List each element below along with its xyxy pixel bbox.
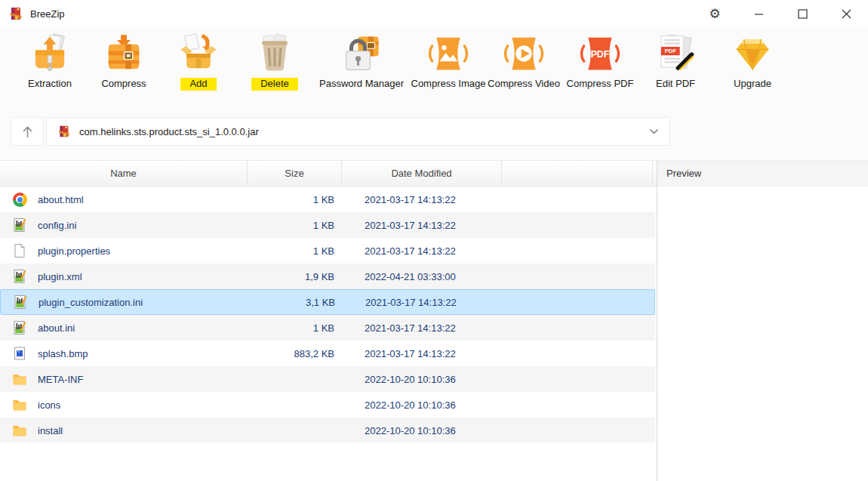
file-row[interactable]: icons2022-10-20 10:10:36 (0, 392, 655, 418)
file-date: 2022-10-20 10:10:36 (342, 374, 502, 385)
extraction-button[interactable]: Extraction (14, 33, 86, 112)
file-row[interactable]: config.ini1 KB2021-03-17 14:13:22 (0, 212, 655, 238)
toolbar-label: Password Manager (319, 78, 404, 91)
file-row[interactable]: splash.bmp883,2 KB2021-03-17 14:13:22 (0, 341, 655, 366)
file-size: 883,2 KB (248, 348, 342, 359)
file-name-cell: plugin_customization.ini (1, 294, 248, 310)
chevron-down-icon[interactable] (649, 128, 659, 135)
file-name-cell: plugin.xml (0, 269, 248, 284)
file-date: 2021-03-17 14:13:22 (342, 348, 502, 359)
address-region: com.helinks.sts.product.sts_si_1.0.0.0.j… (0, 112, 868, 160)
file-date: 2021-03-17 14:13:22 (342, 220, 502, 231)
maximize-icon (798, 9, 808, 19)
breezip-logo-icon (8, 6, 23, 21)
file-name: icons (38, 399, 60, 411)
compress-button[interactable]: Compress (86, 33, 162, 112)
add-button[interactable]: Add (162, 33, 235, 112)
file-size: 1 KB (248, 322, 342, 334)
toolbar-label: Compress (101, 78, 146, 91)
ini-file-icon (12, 217, 27, 233)
file-date: 2022-10-20 10:10:36 (342, 425, 502, 436)
file-name-cell: plugin.properties (0, 243, 248, 258)
app-title: BreeZip (30, 8, 65, 20)
file-name-cell: splash.bmp (0, 346, 248, 361)
compress-video-button[interactable]: Compress Video (488, 33, 560, 112)
upgrade-button[interactable]: Upgrade (711, 33, 794, 112)
ini-file-icon (13, 294, 28, 310)
minimize-icon (754, 9, 764, 19)
window-controls: ⚙ (693, 0, 868, 27)
file-name-cell: icons (0, 397, 248, 412)
image-file-icon (12, 346, 27, 361)
file-name: splash.bmp (38, 348, 88, 359)
toolbar-label: Upgrade (734, 78, 771, 91)
column-header-date-modified[interactable]: Date Modified (342, 161, 502, 186)
file-name: META-INF (38, 374, 83, 385)
file-row[interactable]: install2022-10-20 10:10:36 (0, 418, 655, 443)
ini-file-icon (12, 320, 27, 335)
document-file-icon (12, 243, 27, 258)
edit-pdf-icon: PDF (655, 33, 696, 74)
compress-pdf-icon: PDF (580, 33, 620, 74)
file-name: plugin.properties (38, 245, 110, 257)
upgrade-icon (732, 33, 773, 74)
file-row[interactable]: about.html1 KB2021-03-17 14:13:22 (0, 187, 655, 212)
password-manager-button[interactable]: Password Manager (314, 33, 409, 112)
file-row[interactable]: META-INF2022-10-20 10:10:36 (0, 366, 655, 392)
folder-icon (12, 397, 27, 412)
file-list-pane: Name Size Date Modified about.html1 KB20… (0, 160, 657, 481)
preview-body (657, 187, 868, 481)
maximize-button[interactable] (780, 0, 824, 27)
column-header-blank (502, 161, 653, 186)
file-name: plugin.xml (38, 271, 82, 282)
svg-text:PDF: PDF (664, 48, 676, 54)
settings-button[interactable]: ⚙ (693, 0, 737, 27)
gear-icon: ⚙ (709, 8, 720, 20)
toolbar-label: Edit PDF (656, 78, 695, 91)
chrome-icon (13, 193, 27, 207)
compress-video-icon (503, 33, 544, 74)
column-header-name[interactable]: Name (0, 161, 248, 186)
compress-image-button[interactable]: Compress Image (409, 33, 488, 112)
column-header-size[interactable]: Size (248, 161, 342, 186)
file-name-cell: install (0, 423, 248, 438)
compress-pdf-button[interactable]: PDF Compress PDF (560, 33, 640, 112)
file-name: about.html (38, 194, 84, 205)
toolbar-label: Add (180, 78, 216, 91)
extraction-icon (29, 33, 70, 74)
file-date: 2021-03-17 14:13:22 (343, 297, 503, 308)
svg-text:PDF: PDF (591, 49, 610, 60)
file-row[interactable]: plugin_customization.ini3,1 KB2021-03-17… (0, 289, 655, 315)
file-date: 2021-03-17 14:13:22 (342, 194, 502, 205)
file-row[interactable]: plugin.xml1,9 KB2022-04-21 03:33:00 (0, 264, 655, 289)
toolbar: Extraction Compress (0, 27, 868, 112)
address-bar[interactable]: com.helinks.sts.product.sts_si_1.0.0.0.j… (46, 117, 670, 146)
file-name-cell: about.ini (0, 320, 248, 335)
file-size: 1,9 KB (248, 271, 342, 282)
address-path: com.helinks.sts.product.sts_si_1.0.0.0.j… (79, 126, 259, 137)
minimize-button[interactable] (737, 0, 780, 27)
file-name-cell: META-INF (0, 372, 248, 387)
file-row[interactable]: about.ini1 KB2021-03-17 14:13:22 (0, 315, 655, 341)
titlebar: BreeZip ⚙ (0, 0, 868, 27)
delete-button[interactable]: Delete (235, 33, 314, 112)
file-size: 3,1 KB (248, 297, 343, 308)
file-row[interactable]: plugin.properties1 KB2021-03-17 14:13:22 (0, 238, 655, 264)
toolbar-label: Compress Video (488, 78, 560, 91)
file-name: config.ini (38, 220, 76, 231)
navigate-up-button[interactable] (11, 117, 44, 146)
edit-pdf-button[interactable]: PDF Edit PDF (640, 33, 711, 112)
toolbar-label: Extraction (28, 78, 72, 91)
compress-image-icon (428, 33, 469, 74)
file-date: 2021-03-17 14:13:22 (342, 322, 502, 334)
close-button[interactable] (824, 0, 868, 27)
toolbar-label: Delete (251, 78, 298, 91)
file-list-header: Name Size Date Modified (0, 160, 657, 187)
compress-icon (103, 33, 144, 74)
delete-icon (254, 33, 295, 74)
file-date: 2021-03-17 14:13:22 (342, 245, 502, 257)
toolbar-label: Compress PDF (567, 78, 634, 91)
file-date: 2022-10-20 10:10:36 (342, 399, 502, 411)
file-date: 2022-04-21 03:33:00 (342, 271, 502, 282)
password-manager-icon (341, 33, 382, 74)
